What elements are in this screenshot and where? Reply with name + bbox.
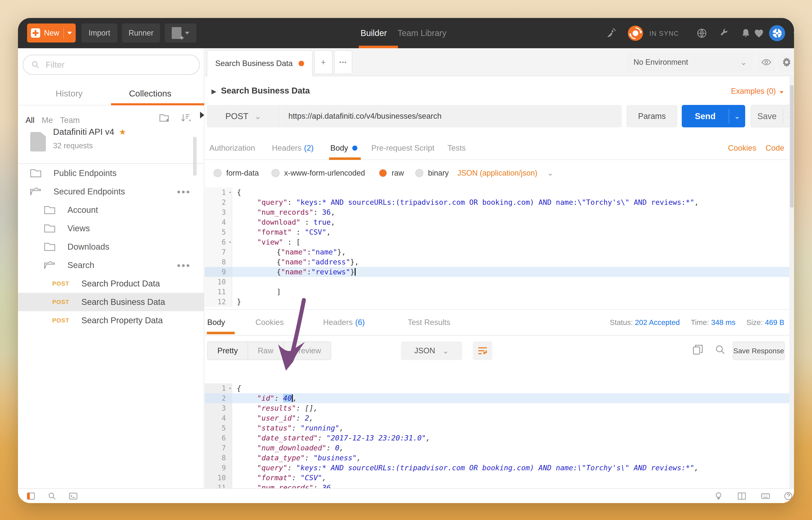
folder-item[interactable]: Downloads xyxy=(18,238,204,256)
code-line[interactable]: 9{"name":"reviews"} xyxy=(205,267,794,277)
tab-body[interactable]: Body xyxy=(330,137,357,159)
scope-team[interactable]: Team xyxy=(60,116,80,125)
request-item[interactable]: POSTSearch Property Data xyxy=(18,311,204,330)
code-line[interactable]: 1▾{ xyxy=(205,383,794,393)
view-preview[interactable]: Preview xyxy=(283,342,331,360)
code-line[interactable]: 11] xyxy=(205,287,794,297)
mode-form-data[interactable]: form-data xyxy=(214,164,259,182)
account-dropdown-caret[interactable] xyxy=(793,32,794,35)
filter-box[interactable] xyxy=(23,55,200,75)
folder-item[interactable]: Search●●● xyxy=(18,256,204,275)
request-item[interactable]: POSTSearch Product Data xyxy=(18,275,204,293)
request-body-editor[interactable]: 1▾{2"query": "keys:* AND sourceURLs:(tri… xyxy=(205,185,794,310)
expand-triangle-icon[interactable]: ▶ xyxy=(212,87,216,95)
tab-team-library[interactable]: Team Library xyxy=(398,18,446,48)
code-line[interactable]: 6▾"view" : [ xyxy=(205,237,794,247)
help-icon[interactable] xyxy=(783,491,793,501)
response-language-selector[interactable]: JSON⌄ xyxy=(401,341,462,360)
folder-item[interactable]: Account xyxy=(18,201,204,219)
response-body-viewer[interactable]: 1▾{2"id": 40,3"results": [],4"user_id": … xyxy=(205,381,794,488)
tab-authorization[interactable]: Authorization xyxy=(209,137,255,159)
console-icon[interactable] xyxy=(68,491,78,501)
code-line[interactable]: 6"date_started": "2017-12-13 23:20:31.0"… xyxy=(205,433,794,443)
url-field[interactable] xyxy=(281,105,622,127)
environment-selector[interactable]: No Environment ⌄ xyxy=(626,53,753,72)
mode-binary[interactable]: binary xyxy=(415,164,449,182)
tab-builder[interactable]: Builder xyxy=(360,18,387,48)
examples-dropdown[interactable]: Examples (0) xyxy=(731,87,784,96)
view-raw[interactable]: Raw xyxy=(248,342,283,360)
sidebar-collapse-handle[interactable] xyxy=(200,112,204,119)
wrench-icon[interactable] xyxy=(718,28,729,39)
code-line[interactable]: 8{"name":"address"}, xyxy=(205,257,794,267)
tab-headers[interactable]: Headers(2) xyxy=(272,137,314,159)
sync-status-icon[interactable] xyxy=(628,26,643,41)
tab-history[interactable]: History xyxy=(56,82,83,105)
two-pane-view-icon[interactable] xyxy=(737,491,747,501)
content-type-selector[interactable]: JSON (application/json)⌄ xyxy=(457,164,553,182)
code-line[interactable]: 3"results": [], xyxy=(205,403,794,413)
request-title[interactable]: ▶Search Business Data xyxy=(212,86,310,96)
new-tab-button[interactable]: + xyxy=(314,50,332,74)
response-tab-headers[interactable]: Headers(6) xyxy=(323,311,365,333)
new-dropdown-caret[interactable] xyxy=(67,32,72,34)
satellite-icon[interactable] xyxy=(605,28,616,39)
filter-input[interactable] xyxy=(46,60,172,70)
bootcamp-bulb-icon[interactable] xyxy=(714,491,723,501)
favorite-star-icon[interactable]: ★ xyxy=(119,128,126,136)
tab-collections[interactable]: Collections xyxy=(129,82,171,105)
runner-button[interactable]: Runner xyxy=(122,24,160,43)
response-tab-test-results[interactable]: Test Results xyxy=(408,311,451,333)
code-line[interactable]: 12} xyxy=(205,297,794,307)
code-line[interactable]: 10 xyxy=(205,277,794,287)
code-line[interactable]: 1▾{ xyxy=(205,187,794,198)
main-scrollbar-thumb[interactable] xyxy=(790,85,793,208)
folder-item[interactable]: Secured Endpoints●●● xyxy=(18,182,204,201)
mode-raw[interactable]: raw xyxy=(379,164,404,182)
code-line[interactable]: 4"user_id": 2, xyxy=(205,413,794,423)
response-tab-body[interactable]: Body xyxy=(207,311,225,333)
new-button[interactable]: New xyxy=(27,24,76,43)
copy-icon[interactable] xyxy=(692,343,704,356)
find-icon[interactable] xyxy=(47,491,57,501)
mode-urlencoded[interactable]: x-www-form-urlencoded xyxy=(272,164,365,182)
keyboard-shortcuts-icon[interactable] xyxy=(761,491,770,501)
globe-icon[interactable] xyxy=(696,28,707,39)
notifications-bell-icon[interactable] xyxy=(740,28,751,39)
send-button[interactable]: Send ⌄ xyxy=(682,105,745,127)
request-tab[interactable]: Search Business Data xyxy=(207,50,313,76)
code-line[interactable]: 10"format": "CSV", xyxy=(205,473,794,483)
request-item[interactable]: POSTSearch Business Data xyxy=(18,293,204,311)
user-avatar[interactable] xyxy=(769,25,785,41)
response-tab-cookies[interactable]: Cookies xyxy=(255,311,284,333)
tab-options-button[interactable]: ••• xyxy=(334,50,352,74)
heart-icon[interactable] xyxy=(753,28,764,39)
code-line[interactable]: 7{"name":"name"}, xyxy=(205,247,794,257)
import-button[interactable]: Import xyxy=(81,24,117,43)
code-line[interactable]: 9"query": "keys:* AND sourceURLs:(tripad… xyxy=(205,463,794,473)
code-line[interactable]: 2"query": "keys:* AND sourceURLs:(tripad… xyxy=(205,198,794,207)
folder-item[interactable]: Views xyxy=(18,219,204,238)
environment-quicklook-button[interactable] xyxy=(758,53,775,72)
more-options-icon[interactable]: ●●● xyxy=(177,188,191,195)
new-folder-icon[interactable] xyxy=(158,112,170,124)
code-link[interactable]: Code xyxy=(766,144,784,153)
code-line[interactable]: 5"format" : "CSV", xyxy=(205,227,794,237)
scope-all[interactable]: All xyxy=(26,116,34,125)
tab-tests[interactable]: Tests xyxy=(448,137,466,159)
new-window-button[interactable] xyxy=(165,24,196,43)
folder-item[interactable]: Public Endpoints xyxy=(18,164,204,182)
search-response-icon[interactable] xyxy=(714,343,726,356)
main-scrollbar-track[interactable] xyxy=(789,77,794,488)
wrap-text-button[interactable] xyxy=(473,341,492,360)
code-line[interactable]: 2"id": 40, xyxy=(205,393,794,403)
cookies-link[interactable]: Cookies xyxy=(728,144,756,153)
send-options-caret[interactable]: ⌄ xyxy=(729,112,745,120)
sidebar-scrollbar[interactable] xyxy=(193,137,197,176)
code-line[interactable]: 4"download" : true, xyxy=(205,217,794,227)
view-pretty[interactable]: Pretty xyxy=(208,342,248,360)
method-selector[interactable]: POST⌄ xyxy=(207,105,280,127)
collection-header[interactable]: Datafiniti API v4★ 32 requests xyxy=(18,131,204,165)
params-button[interactable]: Params xyxy=(626,105,678,127)
code-line[interactable]: 7"num_downloaded": 0, xyxy=(205,443,794,453)
